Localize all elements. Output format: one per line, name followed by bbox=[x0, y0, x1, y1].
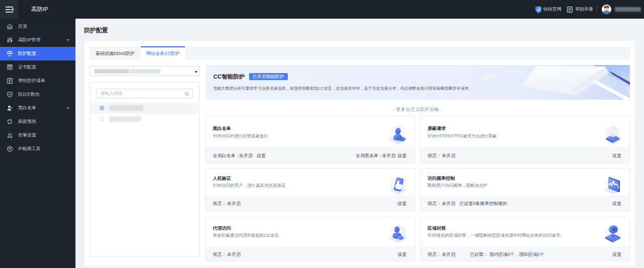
svg-text:IP: IP bbox=[9, 147, 11, 150]
